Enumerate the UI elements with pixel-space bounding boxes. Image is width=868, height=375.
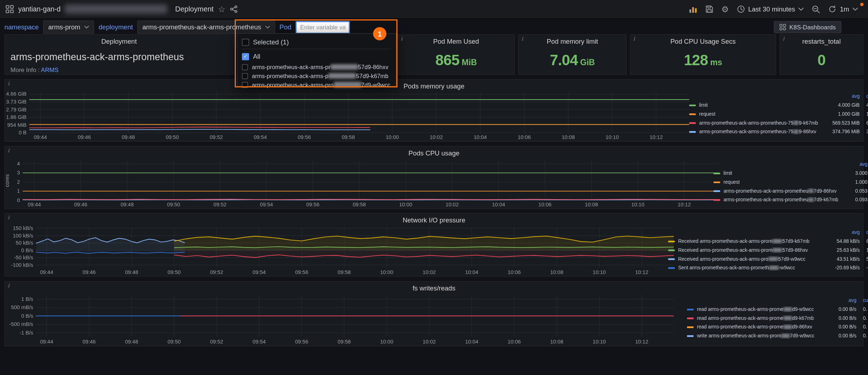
- checkbox-unchecked[interactable]: [242, 38, 249, 45]
- svg-text:10:10: 10:10: [606, 134, 619, 140]
- series-label[interactable]: arms-prometheus-ack-arms-prometheus-759-…: [699, 129, 816, 134]
- add-panel-icon[interactable]: [689, 5, 698, 14]
- svg-text:09:54: 09:54: [253, 339, 266, 345]
- series-label[interactable]: arms-prometheus-ack-arms-prometheus-759-…: [699, 120, 818, 125]
- series-label[interactable]: Received arms-prometheus-ack-arms-prom57…: [678, 239, 810, 244]
- svg-text:-100 kB/s: -100 kB/s: [11, 262, 33, 268]
- svg-text:10:02: 10:02: [423, 339, 436, 345]
- svg-text:10:06: 10:06: [538, 202, 552, 207]
- dropdown-option-pod[interactable]: arms-prometheus-ack-arms-pr57d9-86hxv: [242, 63, 391, 72]
- svg-text:09:46: 09:46: [78, 134, 91, 140]
- refresh-picker[interactable]: 1m: [828, 5, 862, 13]
- series-label[interactable]: read arms-prometheus-ack-arms-promed9-k6…: [697, 315, 814, 321]
- more-info: More Info : ARMS: [10, 66, 58, 73]
- series-label[interactable]: Received arms-prometheus-ack-arms-pro57d…: [678, 256, 805, 261]
- panel-title[interactable]: Pod Mem Used: [398, 35, 514, 45]
- info-icon[interactable]: i: [8, 80, 10, 86]
- checkbox-unchecked[interactable]: [242, 82, 248, 88]
- svg-text:09:44: 09:44: [28, 202, 41, 207]
- legend-avg-header[interactable]: avg: [816, 230, 859, 235]
- apps-grid-icon[interactable]: [5, 5, 14, 13]
- panel-title[interactable]: Pod memory limit: [519, 35, 626, 45]
- checkbox-checked[interactable]: ✓: [242, 53, 249, 60]
- panel-title[interactable]: fs writes/reads: [5, 282, 863, 292]
- svg-text:10:02: 10:02: [445, 202, 459, 207]
- checkbox-unchecked[interactable]: [242, 73, 248, 79]
- chevron-down-icon: [853, 7, 858, 11]
- series-label[interactable]: read arms-prometheus-ack-arms-promed9-w9…: [697, 307, 814, 312]
- series-label[interactable]: Received arms-prometheus-ack-arms-prom57…: [678, 247, 808, 253]
- svg-text:09:50: 09:50: [168, 269, 181, 275]
- series-label[interactable]: Sent arms-prometheus-ack-arms-prometh-w9…: [678, 265, 795, 270]
- series-color-swatch: [668, 249, 675, 251]
- checkbox-unchecked[interactable]: [242, 64, 248, 70]
- refresh-icon[interactable]: [828, 5, 836, 13]
- info-icon[interactable]: i: [521, 35, 523, 42]
- panel-title[interactable]: restarts_total: [780, 35, 863, 45]
- legend-avg-header[interactable]: avg: [821, 298, 857, 303]
- star-icon[interactable]: ☆: [218, 5, 225, 13]
- legend-avg-header[interactable]: avg: [821, 93, 860, 99]
- panel-title[interactable]: Pods memory usage: [5, 80, 863, 90]
- info-icon[interactable]: i: [8, 282, 10, 288]
- info-icon[interactable]: i: [8, 214, 10, 220]
- legend-avg-header[interactable]: avg: [842, 162, 867, 167]
- dropdown-option-pod[interactable]: arms-prometheus-ack-arms-pro7d9-w9wcc: [242, 80, 391, 89]
- save-dashboard-icon[interactable]: [705, 5, 714, 13]
- series-label[interactable]: request: [724, 179, 740, 184]
- legend-header: avg cu: [714, 160, 868, 169]
- series-color-swatch: [714, 190, 720, 192]
- panel-title[interactable]: Pods CPU usage: [5, 146, 863, 157]
- cpu-usage-chart[interactable]: 09:4409:4609:4809:5009:5209:5409:5609:58…: [6, 158, 721, 208]
- info-icon[interactable]: i: [783, 35, 784, 42]
- series-label[interactable]: request: [699, 111, 715, 116]
- svg-text:09:50: 09:50: [167, 202, 180, 207]
- info-icon[interactable]: i: [401, 35, 402, 42]
- svg-text:10:12: 10:12: [678, 202, 691, 207]
- breadcrumb[interactable]: yantian-gan-d: [18, 5, 61, 13]
- share-icon[interactable]: [230, 5, 238, 13]
- dropdown-selected-item[interactable]: Selected (1): [242, 36, 391, 48]
- series-label[interactable]: write arms-prometheus-ack-arms-prom7d9-w…: [697, 333, 815, 338]
- dropdown-option-pod[interactable]: arms-prometheus-ack-arms-p57d9-k67mb: [242, 71, 391, 80]
- series-label[interactable]: read arms-prometheus-ack-arms-promed9-86…: [697, 324, 812, 330]
- dashboard-settings-gear-icon[interactable]: ⚙: [721, 5, 729, 13]
- series-current: 0.: [856, 333, 868, 338]
- legend-current-header[interactable]: curre: [856, 298, 868, 303]
- series-avg: 0.093: [842, 197, 867, 202]
- info-icon[interactable]: i: [8, 147, 10, 153]
- info-icon[interactable]: i: [633, 35, 635, 42]
- pod-variable-input[interactable]: [296, 21, 350, 34]
- svg-text:50 kB/s: 50 kB/s: [16, 240, 33, 246]
- legend-current-header[interactable]: curre: [860, 230, 868, 235]
- series-label[interactable]: arms-prometheus-ack-arms-prometheu7d9-86…: [724, 188, 837, 193]
- arms-link[interactable]: ARMS: [41, 66, 58, 73]
- time-range-picker[interactable]: Last 30 minutes: [736, 5, 804, 13]
- refresh-interval-label[interactable]: 1m: [840, 5, 849, 13]
- k8s-dashboards-button[interactable]: K8S-Dashboards: [774, 21, 841, 33]
- series-label[interactable]: arms-prometheus-ack-arms-prometheu7d9-k6…: [724, 197, 838, 202]
- legend-current-header[interactable]: curre: [860, 93, 868, 99]
- dropdown-divider: [242, 49, 391, 49]
- panel-title[interactable]: Deployment: [5, 35, 233, 45]
- deployment-select[interactable]: arms-prometheus-ack-arms-prometheus: [137, 20, 275, 34]
- panel-title[interactable]: Network I/O pressure: [5, 213, 863, 224]
- zoom-out-icon[interactable]: [812, 5, 821, 14]
- stat-unit: ms: [710, 58, 722, 67]
- chart-legend: avg curre read arms-prometheus-ack-arms-…: [687, 296, 868, 340]
- panel-title[interactable]: Pod CPU Usage Secs: [630, 35, 776, 45]
- network-io-chart[interactable]: 09:4409:4609:4809:5009:5209:5409:5609:58…: [5, 223, 676, 276]
- redaction-blur: [793, 121, 799, 125]
- svg-text:-50 kB/s: -50 kB/s: [14, 255, 33, 260]
- stat-unit: GiB: [580, 58, 595, 67]
- series-label[interactable]: limit: [699, 102, 708, 108]
- namespace-select[interactable]: arms-prom: [43, 20, 94, 34]
- memory-usage-chart[interactable]: 09:4409:4609:4809:5009:5209:5409:5609:58…: [5, 90, 691, 141]
- series-label[interactable]: limit: [724, 170, 732, 176]
- series-avg: 0.00 B/s: [821, 333, 857, 338]
- svg-text:09:56: 09:56: [295, 339, 308, 345]
- fs-io-chart[interactable]: 09:4409:4609:4809:5009:5209:5409:5609:58…: [5, 292, 676, 346]
- legend-header: avg curre: [689, 92, 868, 101]
- svg-text:2: 2: [17, 179, 20, 185]
- dropdown-option-all[interactable]: ✓ All: [242, 51, 391, 63]
